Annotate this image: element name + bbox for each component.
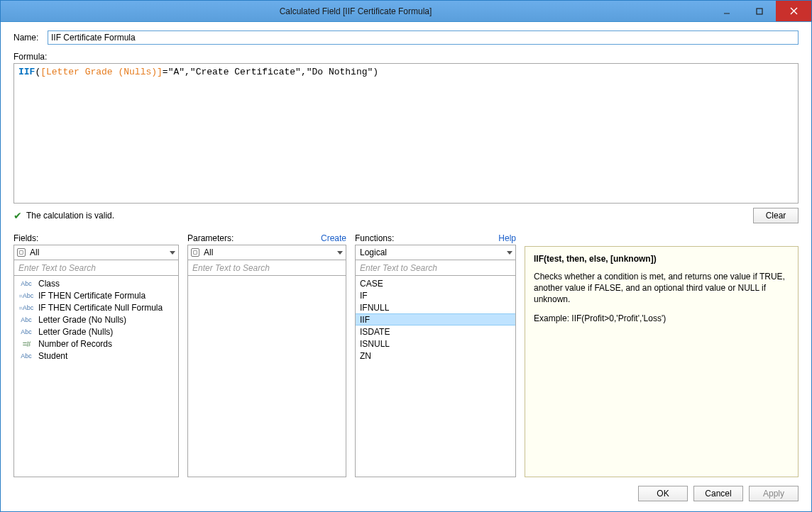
formula-token-func: IIF	[18, 67, 35, 77]
validation-text: The calculation is valid.	[26, 211, 114, 221]
parameters-label: Parameters:	[187, 233, 234, 243]
list-item-label: IFNULL	[360, 303, 389, 313]
list-item[interactable]: =AbcIF THEN Certificate Formula	[14, 289, 178, 301]
field-type-icon: =#	[18, 340, 34, 348]
list-item-label: IF	[360, 291, 368, 301]
list-item[interactable]: AbcClass	[14, 277, 178, 289]
create-link[interactable]: Create	[321, 233, 346, 243]
ok-button[interactable]: OK	[638, 486, 688, 501]
box-icon	[191, 248, 199, 257]
name-input[interactable]	[48, 30, 799, 45]
clear-button[interactable]: Clear	[753, 208, 799, 223]
list-item-label: Number of Records	[38, 339, 112, 349]
list-item-label: Student	[38, 351, 67, 361]
check-icon: ✔	[13, 210, 22, 221]
list-item[interactable]: =AbcIF THEN Certificate Null Formula	[14, 301, 178, 313]
list-item[interactable]: IIF	[356, 313, 515, 325]
list-item-label: Class	[38, 279, 60, 289]
svg-rect-1	[757, 9, 762, 14]
chevron-down-icon	[507, 251, 512, 255]
functions-search-input[interactable]	[360, 263, 511, 273]
fields-list[interactable]: AbcClass=AbcIF THEN Certificate Formula=…	[13, 276, 179, 477]
list-item[interactable]: AbcLetter Grade (Nulls)	[14, 325, 178, 338]
parameters-dropdown[interactable]: All	[187, 245, 346, 260]
list-item-label: Letter Grade (Nulls)	[38, 327, 113, 337]
function-signature: IIF(test, then, else, [unknown])	[534, 254, 789, 264]
functions-list[interactable]: CASEIFIFNULLIIFISDATEISNULLZN	[355, 276, 516, 477]
list-item-label: ZN	[360, 351, 371, 361]
list-item-label: CASE	[360, 279, 383, 289]
name-label: Name:	[13, 33, 42, 43]
parameters-search-input[interactable]	[192, 263, 341, 273]
formula-token-rest: ="A","Create Certificate","Do Nothing")	[163, 67, 378, 77]
list-item-label: IF THEN Certificate Null Formula	[38, 303, 163, 313]
list-item[interactable]: =#Number of Records	[14, 338, 178, 350]
titlebar: Calculated Field [IIF Certificate Formul…	[1, 1, 811, 22]
list-item[interactable]: IFNULL	[356, 301, 515, 313]
close-button[interactable]	[776, 1, 811, 21]
field-type-icon: =Abc	[18, 292, 34, 299]
field-type-icon: Abc	[18, 280, 34, 287]
list-item[interactable]: ISNULL	[356, 338, 515, 350]
function-help-box: IIF(test, then, else, [unknown]) Checks …	[525, 246, 799, 477]
fields-label: Fields:	[13, 233, 38, 243]
maximize-button[interactable]	[743, 1, 776, 21]
list-item-label: IIF	[360, 315, 370, 325]
minimize-button[interactable]	[710, 1, 743, 21]
box-icon	[17, 248, 26, 257]
field-type-icon: Abc	[18, 316, 34, 323]
functions-dropdown[interactable]: Logical	[355, 245, 516, 260]
cancel-button[interactable]: Cancel	[693, 486, 743, 501]
function-example: Example: IIF(Profit>0,'Profit','Loss')	[534, 313, 789, 324]
window-title: Calculated Field [IIF Certificate Formul…	[1, 6, 710, 16]
chevron-down-icon	[337, 251, 343, 255]
help-link[interactable]: Help	[498, 233, 516, 243]
field-type-icon: Abc	[18, 328, 34, 335]
list-item[interactable]: AbcStudent	[14, 350, 178, 362]
fields-search-input[interactable]	[18, 263, 174, 273]
apply-button[interactable]: Apply	[749, 486, 799, 501]
list-item-label: ISNULL	[360, 339, 390, 349]
list-item[interactable]: AbcLetter Grade (No Nulls)	[14, 313, 178, 325]
functions-label: Functions:	[355, 233, 394, 243]
field-type-icon: Abc	[18, 352, 34, 360]
parameters-list[interactable]	[187, 276, 346, 477]
fields-dropdown[interactable]: All	[13, 245, 179, 260]
list-item-label: Letter Grade (No Nulls)	[38, 315, 126, 325]
list-item[interactable]: IF	[356, 289, 515, 301]
list-item[interactable]: CASE	[356, 277, 515, 289]
field-type-icon: =Abc	[18, 304, 34, 311]
function-description: Checks whether a condition is met, and r…	[534, 271, 789, 306]
chevron-down-icon	[170, 251, 175, 255]
list-item-label: ISDATE	[360, 327, 390, 337]
formula-label: Formula:	[13, 52, 799, 62]
formula-editor[interactable]: IIF([Letter Grade (Nulls)]="A","Create C…	[13, 63, 799, 204]
list-item-label: IF THEN Certificate Formula	[38, 291, 146, 301]
formula-token-field: [Letter Grade (Nulls)]	[40, 67, 163, 77]
list-item[interactable]: ISDATE	[356, 325, 515, 338]
list-item[interactable]: ZN	[356, 350, 515, 362]
